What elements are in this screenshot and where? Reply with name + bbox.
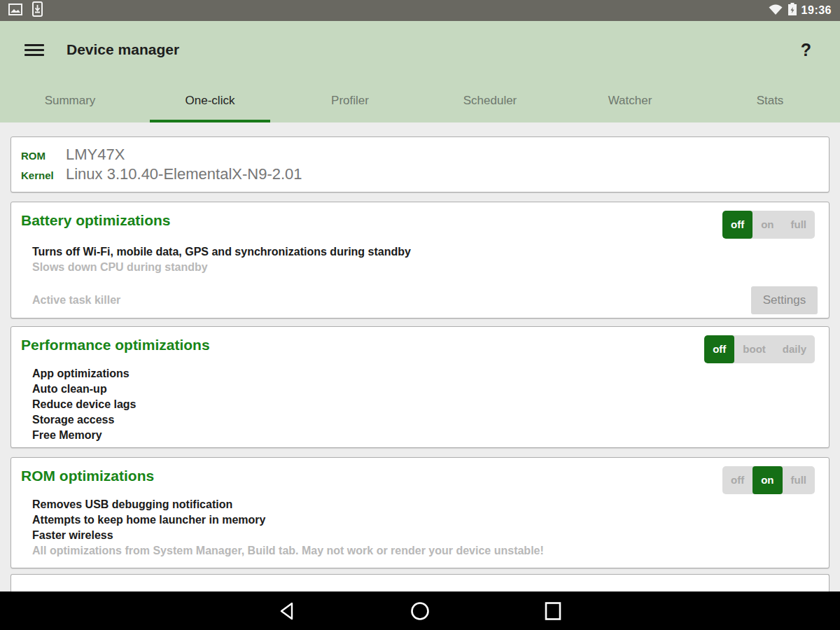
rom-kernel-card: ROM LMY47X Kernel Linux 3.10.40-Elementa… xyxy=(10,136,830,192)
performance-toggle-boot[interactable]: boot xyxy=(734,335,774,363)
screenshot-icon xyxy=(8,4,22,18)
status-bar: 19:36 xyxy=(0,0,840,21)
battery-toggle: off on full xyxy=(722,211,815,239)
rom-label: ROM xyxy=(21,150,66,162)
battery-optimizations-card: Battery optimizations off on full Turns … xyxy=(10,202,830,318)
performance-item: Free Memory xyxy=(32,428,819,443)
kernel-value: Linux 3.10.40-ElementalX-N9-2.01 xyxy=(66,165,302,183)
rom-value: LMY47X xyxy=(66,146,125,164)
performance-item: Storage access xyxy=(32,412,819,428)
settings-button[interactable]: Settings xyxy=(751,286,818,314)
tab-bar: Summary One-click Profiler Scheduler Wat… xyxy=(0,78,840,122)
battery-description-secondary: Slows down CPU during standby xyxy=(32,260,819,275)
next-card-partial xyxy=(10,574,830,592)
performance-item: Auto clean-up xyxy=(32,382,819,397)
kernel-label: Kernel xyxy=(21,169,66,181)
performance-optimizations-card: Performance optimizations off boot daily… xyxy=(10,326,830,448)
rom-toggle-on[interactable]: on xyxy=(752,466,782,494)
wifi-icon xyxy=(768,3,783,18)
rom-item: Removes USB debugging notification xyxy=(32,497,819,512)
performance-item: Reduce device lags xyxy=(32,397,819,412)
tab-profiler[interactable]: Profiler xyxy=(280,78,420,122)
rom-toggle-full[interactable]: full xyxy=(783,466,816,494)
battery-card-title: Battery optimizations xyxy=(21,212,819,229)
status-time: 19:36 xyxy=(802,4,832,17)
tab-summary[interactable]: Summary xyxy=(0,78,140,122)
android-nav-bar xyxy=(0,592,840,630)
app-bar: Device manager ? xyxy=(0,21,840,78)
battery-toggle-on[interactable]: on xyxy=(752,211,782,239)
tab-stats[interactable]: Stats xyxy=(700,78,840,122)
battery-description-primary: Turns off Wi-Fi, mobile data, GPS and sy… xyxy=(32,244,819,260)
rom-item: Attempts to keep home launcher in memory xyxy=(32,512,819,528)
battery-toggle-full[interactable]: full xyxy=(783,211,816,239)
tab-one-click[interactable]: One-click xyxy=(140,78,280,122)
rom-item: Faster wireless xyxy=(32,528,819,543)
battery-toggle-off[interactable]: off xyxy=(722,211,752,239)
tab-scheduler[interactable]: Scheduler xyxy=(420,78,560,122)
rom-toggle: off on full xyxy=(722,466,815,494)
help-button[interactable]: ? xyxy=(797,40,816,60)
performance-card-title: Performance optimizations xyxy=(21,337,819,354)
rom-toggle-off[interactable]: off xyxy=(722,466,752,494)
battery-charging-icon xyxy=(788,3,797,19)
download-icon xyxy=(32,1,43,20)
performance-toggle-daily[interactable]: daily xyxy=(774,335,815,363)
kernel-row: Kernel Linux 3.10.40-ElementalX-N9-2.01 xyxy=(21,165,819,183)
performance-toggle: off boot daily xyxy=(704,335,815,363)
back-icon[interactable] xyxy=(278,601,296,622)
rom-optimizations-card: ROM optimizations off on full Removes US… xyxy=(10,457,830,568)
performance-toggle-off[interactable]: off xyxy=(704,335,734,363)
hamburger-icon[interactable] xyxy=(24,44,44,56)
rom-warning: All optimizations from System Manager, B… xyxy=(32,543,819,559)
rom-row: ROM LMY47X xyxy=(21,146,819,164)
content-area: ROM LMY47X Kernel Linux 3.10.40-Elementa… xyxy=(0,122,840,592)
page-title: Device manager xyxy=(66,41,179,58)
recents-icon[interactable] xyxy=(543,601,563,622)
active-task-killer-label: Active task killer xyxy=(32,293,120,308)
rom-card-title: ROM optimizations xyxy=(21,468,819,484)
performance-item: App optimizations xyxy=(32,366,819,382)
home-icon[interactable] xyxy=(410,601,430,622)
tab-watcher[interactable]: Watcher xyxy=(560,78,700,122)
